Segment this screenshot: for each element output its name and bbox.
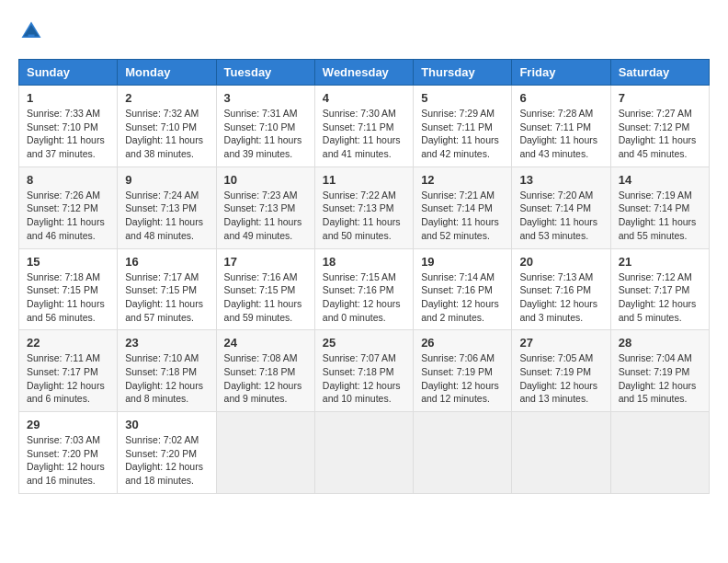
- day-number: 20: [519, 255, 602, 269]
- day-info: Sunrise: 7:15 AM Sunset: 7:16 PM Dayligh…: [323, 270, 405, 325]
- day-info: Sunrise: 7:30 AM Sunset: 7:11 PM Dayligh…: [323, 107, 405, 161]
- day-info: Sunrise: 7:04 AM Sunset: 7:19 PM Dayligh…: [619, 351, 701, 406]
- day-number: 27: [519, 336, 602, 350]
- day-number: 16: [125, 255, 208, 269]
- calendar-cell: 14 Sunrise: 7:19 AM Sunset: 7:14 PM Dayl…: [610, 167, 709, 248]
- day-number: 25: [323, 336, 405, 350]
- day-info: Sunrise: 7:26 AM Sunset: 7:12 PM Dayligh…: [27, 189, 109, 243]
- day-number: 22: [27, 336, 109, 350]
- calendar-cell: 29 Sunrise: 7:03 AM Sunset: 7:20 PM Dayl…: [19, 412, 118, 494]
- day-number: 26: [421, 336, 504, 350]
- day-number: 23: [125, 336, 208, 350]
- calendar-table: SundayMondayTuesdayWednesdayThursdayFrid…: [18, 59, 710, 494]
- calendar-week-row: 15 Sunrise: 7:18 AM Sunset: 7:15 PM Dayl…: [19, 248, 710, 330]
- calendar-cell: [610, 412, 709, 494]
- day-header-wednesday: Wednesday: [314, 60, 413, 86]
- day-number: 15: [27, 255, 109, 269]
- day-number: 17: [224, 255, 307, 269]
- day-number: 2: [125, 91, 208, 105]
- calendar-cell: 9 Sunrise: 7:24 AM Sunset: 7:13 PM Dayli…: [118, 167, 216, 248]
- day-info: Sunrise: 7:23 AM Sunset: 7:13 PM Dayligh…: [224, 189, 307, 243]
- day-info: Sunrise: 7:32 AM Sunset: 7:10 PM Dayligh…: [125, 107, 208, 161]
- day-info: Sunrise: 7:11 AM Sunset: 7:17 PM Dayligh…: [27, 351, 109, 406]
- day-header-thursday: Thursday: [414, 60, 512, 86]
- day-info: Sunrise: 7:21 AM Sunset: 7:14 PM Dayligh…: [421, 189, 504, 243]
- calendar-cell: 12 Sunrise: 7:21 AM Sunset: 7:14 PM Dayl…: [414, 167, 512, 248]
- day-number: 12: [421, 173, 504, 187]
- day-number: 3: [224, 91, 307, 105]
- day-info: Sunrise: 7:31 AM Sunset: 7:10 PM Dayligh…: [224, 107, 307, 161]
- calendar-cell: 16 Sunrise: 7:17 AM Sunset: 7:15 PM Dayl…: [118, 248, 216, 330]
- day-number: 19: [421, 255, 504, 269]
- day-info: Sunrise: 7:05 AM Sunset: 7:19 PM Dayligh…: [519, 351, 602, 406]
- page-header: [18, 18, 710, 44]
- day-number: 6: [519, 91, 602, 105]
- day-number: 5: [421, 91, 504, 105]
- day-number: 10: [224, 173, 307, 187]
- day-info: Sunrise: 7:17 AM Sunset: 7:15 PM Dayligh…: [125, 270, 208, 325]
- calendar-cell: 22 Sunrise: 7:11 AM Sunset: 7:17 PM Dayl…: [19, 330, 118, 412]
- day-info: Sunrise: 7:08 AM Sunset: 7:18 PM Dayligh…: [224, 351, 307, 406]
- logo: [18, 18, 48, 44]
- calendar-cell: [314, 412, 413, 494]
- calendar-cell: 20 Sunrise: 7:13 AM Sunset: 7:16 PM Dayl…: [512, 248, 610, 330]
- calendar-cell: 24 Sunrise: 7:08 AM Sunset: 7:18 PM Dayl…: [216, 330, 314, 412]
- calendar-cell: 3 Sunrise: 7:31 AM Sunset: 7:10 PM Dayli…: [216, 86, 314, 167]
- calendar-cell: 27 Sunrise: 7:05 AM Sunset: 7:19 PM Dayl…: [512, 330, 610, 412]
- day-info: Sunrise: 7:24 AM Sunset: 7:13 PM Dayligh…: [125, 189, 208, 243]
- calendar-cell: 1 Sunrise: 7:33 AM Sunset: 7:10 PM Dayli…: [19, 86, 118, 167]
- day-number: 8: [27, 173, 109, 187]
- day-number: 30: [125, 418, 208, 431]
- day-header-tuesday: Tuesday: [216, 60, 314, 86]
- day-number: 4: [323, 91, 405, 105]
- day-info: Sunrise: 7:22 AM Sunset: 7:13 PM Dayligh…: [323, 189, 405, 243]
- calendar-cell: 15 Sunrise: 7:18 AM Sunset: 7:15 PM Dayl…: [19, 248, 118, 330]
- calendar-week-row: 29 Sunrise: 7:03 AM Sunset: 7:20 PM Dayl…: [19, 412, 710, 494]
- day-header-friday: Friday: [512, 60, 610, 86]
- day-number: 7: [619, 91, 701, 105]
- calendar-cell: 2 Sunrise: 7:32 AM Sunset: 7:10 PM Dayli…: [118, 86, 216, 167]
- day-header-sunday: Sunday: [19, 60, 118, 86]
- svg-rect-2: [28, 35, 35, 39]
- calendar-week-row: 1 Sunrise: 7:33 AM Sunset: 7:10 PM Dayli…: [19, 86, 710, 167]
- calendar-cell: 6 Sunrise: 7:28 AM Sunset: 7:11 PM Dayli…: [512, 86, 610, 167]
- calendar-cell: 28 Sunrise: 7:04 AM Sunset: 7:19 PM Dayl…: [610, 330, 709, 412]
- calendar-cell: 11 Sunrise: 7:22 AM Sunset: 7:13 PM Dayl…: [314, 167, 413, 248]
- day-info: Sunrise: 7:06 AM Sunset: 7:19 PM Dayligh…: [421, 351, 504, 406]
- day-number: 1: [27, 91, 109, 105]
- day-info: Sunrise: 7:19 AM Sunset: 7:14 PM Dayligh…: [619, 189, 701, 243]
- calendar-week-row: 22 Sunrise: 7:11 AM Sunset: 7:17 PM Dayl…: [19, 330, 710, 412]
- day-number: 11: [323, 173, 405, 187]
- calendar-cell: 26 Sunrise: 7:06 AM Sunset: 7:19 PM Dayl…: [414, 330, 512, 412]
- calendar-header-row: SundayMondayTuesdayWednesdayThursdayFrid…: [19, 60, 710, 86]
- calendar-cell: 30 Sunrise: 7:02 AM Sunset: 7:20 PM Dayl…: [118, 412, 216, 494]
- calendar-week-row: 8 Sunrise: 7:26 AM Sunset: 7:12 PM Dayli…: [19, 167, 710, 248]
- day-info: Sunrise: 7:28 AM Sunset: 7:11 PM Dayligh…: [519, 107, 602, 161]
- day-number: 28: [619, 336, 701, 350]
- calendar-cell: 4 Sunrise: 7:30 AM Sunset: 7:11 PM Dayli…: [314, 86, 413, 167]
- day-number: 18: [323, 255, 405, 269]
- day-info: Sunrise: 7:12 AM Sunset: 7:17 PM Dayligh…: [619, 270, 701, 325]
- day-number: 9: [125, 173, 208, 187]
- day-info: Sunrise: 7:20 AM Sunset: 7:14 PM Dayligh…: [519, 189, 602, 243]
- calendar-cell: [512, 412, 610, 494]
- calendar-cell: 19 Sunrise: 7:14 AM Sunset: 7:16 PM Dayl…: [414, 248, 512, 330]
- day-number: 13: [519, 173, 602, 187]
- calendar-cell: 21 Sunrise: 7:12 AM Sunset: 7:17 PM Dayl…: [610, 248, 709, 330]
- calendar-cell: 5 Sunrise: 7:29 AM Sunset: 7:11 PM Dayli…: [414, 86, 512, 167]
- day-info: Sunrise: 7:02 AM Sunset: 7:20 PM Dayligh…: [125, 433, 208, 488]
- day-info: Sunrise: 7:33 AM Sunset: 7:10 PM Dayligh…: [27, 107, 109, 161]
- day-header-saturday: Saturday: [610, 60, 709, 86]
- calendar-cell: 17 Sunrise: 7:16 AM Sunset: 7:15 PM Dayl…: [216, 248, 314, 330]
- day-number: 14: [619, 173, 701, 187]
- calendar-cell: 13 Sunrise: 7:20 AM Sunset: 7:14 PM Dayl…: [512, 167, 610, 248]
- day-number: 29: [27, 418, 109, 431]
- calendar-cell: 7 Sunrise: 7:27 AM Sunset: 7:12 PM Dayli…: [610, 86, 709, 167]
- calendar-cell: [216, 412, 314, 494]
- calendar-cell: 18 Sunrise: 7:15 AM Sunset: 7:16 PM Dayl…: [314, 248, 413, 330]
- day-info: Sunrise: 7:16 AM Sunset: 7:15 PM Dayligh…: [224, 270, 307, 325]
- day-info: Sunrise: 7:27 AM Sunset: 7:12 PM Dayligh…: [619, 107, 701, 161]
- day-info: Sunrise: 7:03 AM Sunset: 7:20 PM Dayligh…: [27, 433, 109, 488]
- day-info: Sunrise: 7:18 AM Sunset: 7:15 PM Dayligh…: [27, 270, 109, 325]
- day-number: 21: [619, 255, 701, 269]
